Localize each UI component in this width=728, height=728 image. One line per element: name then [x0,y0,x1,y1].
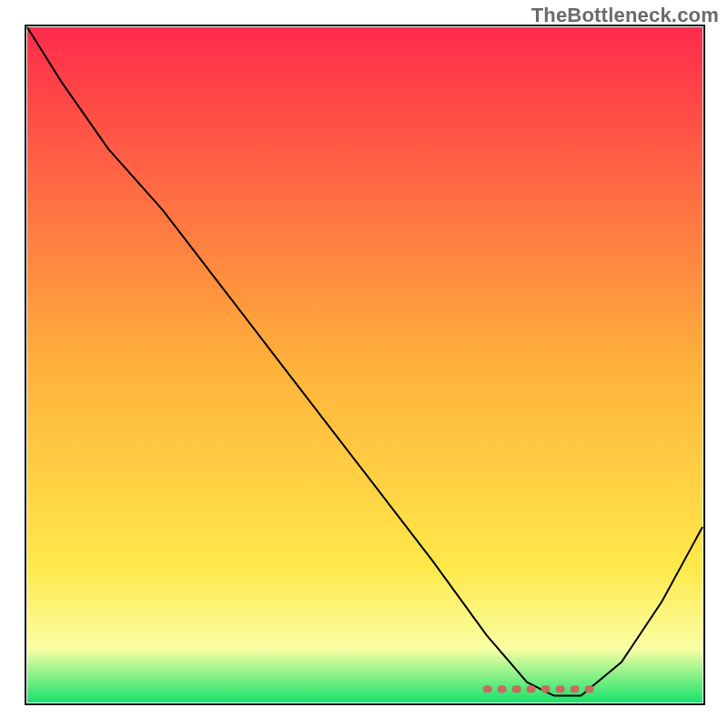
chart-container: TheBottleneck.com [0,0,728,728]
gradient-panel [27,27,703,703]
chart-svg [0,0,728,728]
